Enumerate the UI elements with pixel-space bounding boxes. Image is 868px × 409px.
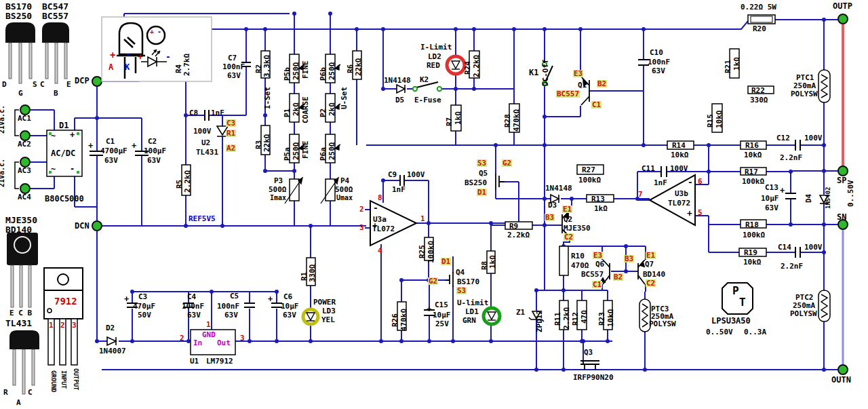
schematic-canvas — [0, 0, 868, 409]
terminal-sn — [838, 220, 848, 229]
terminal-ac3 — [20, 157, 30, 167]
terminal-ac1 — [20, 105, 30, 115]
schematic-page: BS170BS250BC547BC557DGSCBE+-AK+-+-21Va.c… — [0, 0, 868, 409]
terminal-dcp — [92, 77, 102, 86]
bridge-d1-symbol — [47, 130, 82, 176]
terminal-outp — [838, 14, 848, 24]
led-legend — [102, 17, 212, 81]
fet-symbols — [446, 173, 599, 370]
terminal-outn — [838, 365, 848, 374]
tl431-u2-symbol — [217, 126, 228, 135]
opamp-u3a-symbol — [370, 201, 416, 246]
package-drawings — [5, 22, 83, 394]
regulator-u1-box — [191, 330, 235, 355]
terminal-dcn — [92, 221, 102, 231]
switch-k1 — [542, 62, 553, 85]
opamp-u3b-symbol — [650, 175, 695, 225]
terminal-ac4 — [20, 184, 30, 193]
switch-k2 — [413, 82, 441, 91]
ac-brackets — [15, 110, 19, 189]
photodiode-icon — [147, 26, 165, 44]
pt-logo — [722, 283, 753, 314]
terminal-sp — [838, 166, 848, 176]
mosfet-q3-symbol — [580, 361, 599, 370]
terminal-ac2 — [20, 131, 30, 140]
bjt-symbols — [562, 77, 645, 284]
